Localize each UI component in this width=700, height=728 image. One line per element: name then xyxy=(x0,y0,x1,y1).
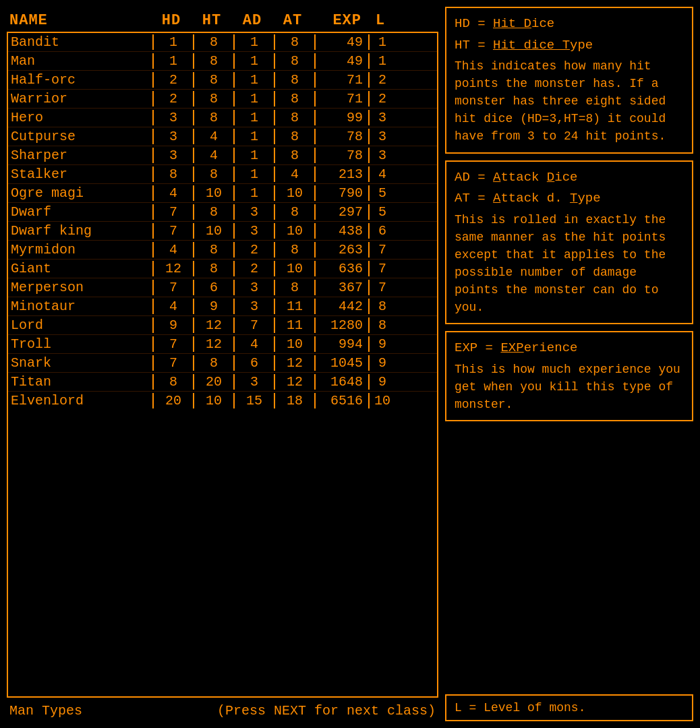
monster-at: 8 xyxy=(274,34,314,50)
monster-ht: 8 xyxy=(193,91,233,107)
monster-l: 7 xyxy=(368,280,395,295)
monster-exp: 1648 xyxy=(314,374,368,390)
monster-name: Sharper xyxy=(11,148,152,163)
table-row: Stalker 8 8 1 4 213 4 xyxy=(8,165,437,184)
monster-l: 7 xyxy=(368,242,395,257)
monster-hd: 1 xyxy=(152,53,193,69)
monster-ht: 12 xyxy=(193,336,233,352)
monster-at: 8 xyxy=(274,72,314,88)
monster-l: 1 xyxy=(368,34,395,50)
footer: Man Types (Press NEXT for next class) xyxy=(7,698,438,721)
monster-hd: 4 xyxy=(152,185,193,201)
monster-name: Warrior xyxy=(11,91,152,107)
header-at: AT xyxy=(272,12,313,29)
monster-hd: 12 xyxy=(152,261,193,276)
table-row: Cutpurse 3 4 1 8 78 3 xyxy=(8,127,437,146)
monster-name: Hero xyxy=(11,110,152,125)
footer-right: (Press NEXT for next class) xyxy=(217,703,436,719)
monster-at: 12 xyxy=(274,355,314,371)
monster-l: 4 xyxy=(368,166,395,182)
monster-ad: 1 xyxy=(233,129,274,144)
monster-ad: 2 xyxy=(233,261,274,276)
monster-exp: 636 xyxy=(314,261,368,276)
monster-l: 1 xyxy=(368,53,395,69)
monster-name: Dwarf king xyxy=(11,223,152,239)
monster-hd: 9 xyxy=(152,317,193,333)
monster-at: 10 xyxy=(274,336,314,352)
right-panel: HD = Hit Dice HT = Hit dice Type This in… xyxy=(445,7,693,721)
monster-l: 10 xyxy=(368,393,395,408)
monster-ht: 8 xyxy=(193,204,233,220)
table-row: Man 1 8 1 8 49 1 xyxy=(8,52,437,71)
monster-table: Bandit 1 8 1 8 49 1 Man 1 8 1 8 49 1 Hal… xyxy=(7,32,438,698)
info-box-ad-at: AD = Attack Dice AT = Attack d. Type Thi… xyxy=(445,160,693,325)
monster-l: 2 xyxy=(368,72,395,88)
monster-ad: 7 xyxy=(233,317,274,333)
monster-name: Lord xyxy=(11,317,152,333)
monster-name: Elvenlord xyxy=(11,393,152,408)
monster-exp: 71 xyxy=(314,91,368,107)
table-row: Half-orc 2 8 1 8 71 2 xyxy=(8,71,437,90)
info-box-level: L = Level of mons. xyxy=(445,694,693,721)
monster-ad: 1 xyxy=(233,72,274,88)
monster-l: 9 xyxy=(368,336,395,352)
monster-exp: 6516 xyxy=(314,393,368,408)
monster-ad: 1 xyxy=(233,110,274,125)
monster-at: 8 xyxy=(274,91,314,107)
monster-exp: 438 xyxy=(314,223,368,239)
monster-hd: 3 xyxy=(152,110,193,125)
footer-left: Man Types xyxy=(9,703,82,719)
monster-hd: 7 xyxy=(152,336,193,352)
monster-ht: 20 xyxy=(193,374,233,390)
header-ad: AD xyxy=(232,12,272,29)
table-row: Dwarf king 7 10 3 10 438 6 xyxy=(8,222,437,241)
monster-at: 10 xyxy=(274,223,314,239)
table-row: Myrmidon 4 8 2 8 263 7 xyxy=(8,241,437,260)
monster-hd: 4 xyxy=(152,242,193,257)
level-text: L = Level of mons. xyxy=(455,701,585,715)
monster-name: Half-orc xyxy=(11,72,152,88)
header-hd: HD xyxy=(151,12,192,29)
monster-ad: 3 xyxy=(233,374,274,390)
monster-ad: 1 xyxy=(233,91,274,107)
monster-ht: 4 xyxy=(193,129,233,144)
at-title: AT = Attack d. Type xyxy=(455,189,684,208)
monster-ht: 8 xyxy=(193,355,233,371)
monster-ad: 3 xyxy=(233,299,274,314)
monster-name: Merperson xyxy=(11,280,152,295)
monster-name: Man xyxy=(11,53,152,69)
table-row: Minotaur 4 9 3 11 442 8 xyxy=(8,297,437,316)
header-name: NAME xyxy=(9,12,151,29)
table-row: Troll 7 12 4 10 994 9 xyxy=(8,335,437,354)
monster-hd: 7 xyxy=(152,204,193,220)
monster-ht: 8 xyxy=(193,34,233,50)
table-row: Titan 8 20 3 12 1648 9 xyxy=(8,373,437,392)
monster-hd: 20 xyxy=(152,393,193,408)
monster-exp: 1280 xyxy=(314,317,368,333)
monster-hd: 8 xyxy=(152,166,193,182)
monster-ht: 8 xyxy=(193,110,233,125)
monster-name: Giant xyxy=(11,261,152,276)
monster-hd: 1 xyxy=(152,34,193,50)
monster-ad: 3 xyxy=(233,223,274,239)
monster-at: 10 xyxy=(274,261,314,276)
monster-l: 8 xyxy=(368,317,395,333)
monster-ht: 8 xyxy=(193,166,233,182)
monster-at: 8 xyxy=(274,204,314,220)
monster-ht: 8 xyxy=(193,53,233,69)
monster-at: 8 xyxy=(274,53,314,69)
monster-l: 8 xyxy=(368,299,395,314)
monster-exp: 49 xyxy=(314,53,368,69)
monster-l: 2 xyxy=(368,91,395,107)
monster-ad: 1 xyxy=(233,148,274,163)
table-row: Merperson 7 6 3 8 367 7 xyxy=(8,278,437,297)
table-row: Bandit 1 8 1 8 49 1 xyxy=(8,33,437,52)
monster-at: 12 xyxy=(274,374,314,390)
monster-hd: 3 xyxy=(152,148,193,163)
monster-ad: 6 xyxy=(233,355,274,371)
hd-title: HD = Hit Dice xyxy=(455,15,684,34)
monster-ad: 1 xyxy=(233,53,274,69)
monster-ht: 10 xyxy=(193,223,233,239)
monster-ht: 8 xyxy=(193,72,233,88)
monster-l: 9 xyxy=(368,355,395,371)
